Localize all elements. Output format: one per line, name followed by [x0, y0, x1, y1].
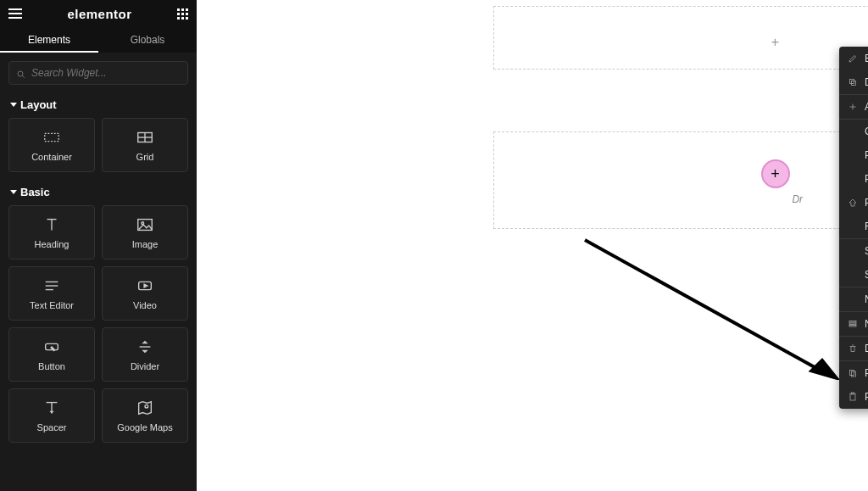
widget-label: Video: [133, 300, 157, 310]
trash-icon: [848, 343, 858, 354]
add-container-button[interactable]: +: [761, 159, 790, 188]
widget-label: Google Maps: [117, 422, 172, 432]
svg-point-0: [18, 71, 23, 76]
svg-line-1: [23, 76, 25, 79]
ctx-paste[interactable]: Paste ⌘+V: [839, 143, 868, 167]
logo: elementor: [67, 7, 131, 21]
spacer-icon: [42, 399, 61, 417]
widget-video[interactable]: Video: [102, 266, 188, 321]
section-layout-label: Layout: [20, 98, 57, 111]
widget-label: Button: [38, 361, 65, 371]
section-basic-label: Basic: [20, 186, 50, 198]
image-icon: [136, 215, 154, 234]
google-maps-icon: [136, 399, 154, 417]
widget-label: Text Editor: [30, 300, 74, 310]
ctx-navigator[interactable]: Navigator: [839, 312, 868, 336]
ctx-paste-style[interactable]: Paste style ⌘+⇧+V: [839, 167, 868, 191]
ctx-edit-container[interactable]: Edit Container: [839, 47, 868, 70]
grid-icon: [136, 128, 154, 147]
ctx-paste-from-other-site[interactable]: Paste from other site: [839, 191, 868, 215]
copy-icon: [848, 368, 858, 378]
search-input[interactable]: [31, 67, 181, 79]
svg-marker-16: [142, 341, 147, 344]
widget-label: Heading: [35, 239, 70, 249]
widget-container[interactable]: Container: [8, 118, 95, 172]
ctx-save-as-default[interactable]: Save as default: [839, 263, 868, 287]
sidebar: elementor Elements Globals Layout: [0, 0, 197, 491]
svg-rect-31: [849, 326, 856, 327]
ctx-reset-style[interactable]: Reset style: [839, 215, 868, 238]
svg-rect-26: [852, 81, 856, 86]
svg-line-23: [585, 240, 822, 371]
widget-label: Container: [31, 152, 72, 162]
widget-label: Image: [132, 239, 159, 249]
navigator-icon: [848, 319, 858, 329]
editor-canvas[interactable]: + + Dr Edit Container Duplicate ⌘+D: [197, 0, 868, 491]
svg-rect-34: [850, 371, 854, 376]
widget-label: Divider: [131, 361, 159, 371]
widget-label: Grid: [136, 152, 154, 162]
divider-icon: [136, 338, 154, 356]
svg-marker-24: [810, 359, 839, 380]
annotation-arrow: [576, 236, 839, 380]
import-icon: [848, 198, 858, 208]
caret-down-icon: [10, 103, 17, 107]
paste-icon: [848, 392, 858, 402]
tab-elements[interactable]: Elements: [0, 27, 98, 53]
container-icon: [42, 128, 61, 147]
video-icon: [136, 276, 154, 295]
sidebar-tabs: Elements Globals: [0, 27, 197, 53]
widget-spacer[interactable]: Spacer: [8, 388, 95, 443]
ctx-duplicate[interactable]: Duplicate ⌘+D: [839, 70, 868, 94]
ctx-plus-paste[interactable]: Plus Paste: [839, 385, 868, 409]
hamburger-icon[interactable]: [8, 8, 22, 19]
ctx-copy[interactable]: Copy ⌘+C: [839, 120, 868, 143]
text-editor-icon: [42, 276, 61, 295]
svg-rect-25: [850, 80, 854, 84]
widget-google-maps[interactable]: Google Maps: [102, 388, 188, 443]
basic-widgets: Heading Image Text Editor Video: [0, 205, 197, 443]
svg-rect-2: [45, 133, 59, 141]
tab-globals[interactable]: Globals: [98, 27, 197, 53]
svg-rect-29: [849, 321, 856, 323]
heading-icon: [42, 215, 61, 234]
container-block-1[interactable]: +: [493, 6, 868, 70]
ctx-save-as-template[interactable]: Save as Template: [839, 239, 868, 263]
sidebar-header: elementor: [0, 0, 197, 27]
widget-label: Spacer: [37, 422, 67, 432]
svg-marker-18: [142, 350, 147, 354]
apps-grid-icon[interactable]: [177, 8, 188, 20]
caret-down-icon: [10, 190, 17, 194]
pencil-icon: [848, 53, 858, 64]
widget-text-editor[interactable]: Text Editor: [8, 266, 95, 321]
plus-icon[interactable]: +: [771, 35, 779, 50]
svg-rect-30: [849, 323, 856, 325]
svg-marker-21: [49, 411, 54, 414]
button-icon: [42, 338, 61, 356]
ctx-plus-copy[interactable]: Plus Copy: [839, 361, 868, 385]
svg-point-22: [145, 405, 148, 408]
search-input-wrap[interactable]: [8, 61, 188, 85]
section-layout-title[interactable]: Layout: [0, 85, 197, 118]
container-block-2[interactable]: + Dr: [493, 131, 868, 229]
section-basic-title[interactable]: Basic: [0, 172, 197, 205]
ctx-notes[interactable]: Notes ⇧+C: [839, 287, 868, 311]
widget-image[interactable]: Image: [102, 205, 188, 259]
widget-button[interactable]: Button: [8, 327, 95, 382]
widget-heading[interactable]: Heading: [8, 205, 95, 259]
svg-marker-14: [144, 284, 147, 287]
context-menu: Edit Container Duplicate ⌘+D Add New Con…: [839, 47, 868, 409]
widget-grid[interactable]: Grid: [102, 118, 188, 172]
widget-divider[interactable]: Divider: [102, 327, 188, 382]
duplicate-icon: [848, 77, 858, 87]
plus-icon: [848, 102, 858, 112]
search-icon: [16, 68, 26, 78]
drag-hint: Dr: [792, 193, 803, 205]
layout-widgets: Container Grid: [0, 118, 197, 172]
svg-rect-35: [852, 371, 856, 377]
ctx-delete[interactable]: Delete: [839, 337, 868, 360]
ctx-add-new-container[interactable]: Add New Container: [839, 95, 868, 119]
